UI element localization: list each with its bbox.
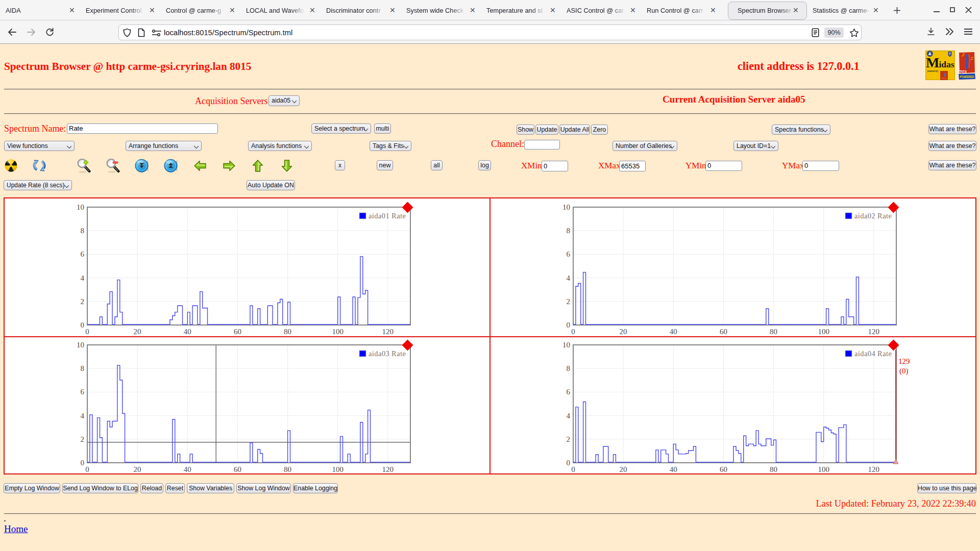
svg-text:0: 0 <box>567 321 571 329</box>
svg-text:8: 8 <box>81 364 85 372</box>
svg-text:aida03 Rate: aida03 Rate <box>369 349 406 358</box>
svg-text:60: 60 <box>234 465 241 473</box>
svg-text:4: 4 <box>567 412 571 420</box>
svg-text:2: 2 <box>567 435 571 443</box>
svg-text:60: 60 <box>720 328 727 336</box>
svg-text:60: 60 <box>234 328 241 336</box>
svg-text:0: 0 <box>81 459 85 467</box>
svg-text:10: 10 <box>562 341 570 349</box>
svg-text:0: 0 <box>567 459 571 467</box>
svg-text:20: 20 <box>620 465 627 473</box>
svg-text:20: 20 <box>134 465 141 473</box>
svg-text:aida01 Rate: aida01 Rate <box>369 212 406 220</box>
svg-text:2: 2 <box>567 297 571 306</box>
svg-text:40: 40 <box>670 328 677 336</box>
svg-text:80: 80 <box>770 465 777 473</box>
svg-text:10: 10 <box>562 203 570 211</box>
svg-text:0: 0 <box>85 465 89 473</box>
svg-text:6: 6 <box>81 388 85 396</box>
svg-text:aida04 Rate: aida04 Rate <box>854 349 892 358</box>
svg-text:100: 100 <box>818 328 829 336</box>
svg-text:6: 6 <box>81 250 85 258</box>
svg-text:120: 120 <box>382 465 394 473</box>
svg-text:120: 120 <box>868 465 880 473</box>
svg-text:60: 60 <box>720 465 727 473</box>
svg-text:0: 0 <box>81 321 85 329</box>
svg-text:2: 2 <box>81 297 85 306</box>
svg-text:aida02 Rate: aida02 Rate <box>854 212 892 220</box>
svg-text:(0): (0) <box>899 367 909 375</box>
svg-text:2: 2 <box>81 435 85 443</box>
svg-text:idas: idas <box>939 59 954 69</box>
svg-text:120: 120 <box>382 328 394 336</box>
svg-text:6: 6 <box>567 388 571 396</box>
svg-text:0: 0 <box>571 465 575 473</box>
svg-text:20: 20 <box>620 328 627 336</box>
svg-text:40: 40 <box>184 465 191 473</box>
svg-text:100: 100 <box>818 465 829 473</box>
svg-text:POWERED: POWERED <box>960 75 974 79</box>
svg-text:40: 40 <box>670 465 677 473</box>
svg-text:129: 129 <box>898 357 910 365</box>
svg-text:100: 100 <box>332 328 344 336</box>
svg-text:0: 0 <box>85 328 89 336</box>
svg-text:0: 0 <box>571 328 575 336</box>
svg-text:powered by: powered by <box>927 70 938 72</box>
svg-text:100: 100 <box>332 465 344 473</box>
svg-text:6: 6 <box>567 250 571 258</box>
svg-text:10: 10 <box>77 203 84 211</box>
svg-text:80: 80 <box>770 328 777 336</box>
svg-text:T C L: T C L <box>942 78 947 80</box>
svg-text:M: M <box>926 55 939 70</box>
svg-text:4: 4 <box>81 412 85 420</box>
svg-text:4: 4 <box>567 274 571 282</box>
svg-text:120: 120 <box>868 328 880 336</box>
svg-text:TCL: TCL <box>960 69 968 74</box>
svg-text:80: 80 <box>284 328 291 336</box>
svg-text:4: 4 <box>81 274 85 282</box>
svg-text:8: 8 <box>567 364 571 372</box>
svg-text:20: 20 <box>134 328 141 336</box>
svg-text:8: 8 <box>81 227 85 235</box>
svg-text:10: 10 <box>77 341 84 349</box>
svg-text:40: 40 <box>184 328 191 336</box>
svg-text:80: 80 <box>284 465 291 473</box>
svg-text:8: 8 <box>567 227 571 235</box>
